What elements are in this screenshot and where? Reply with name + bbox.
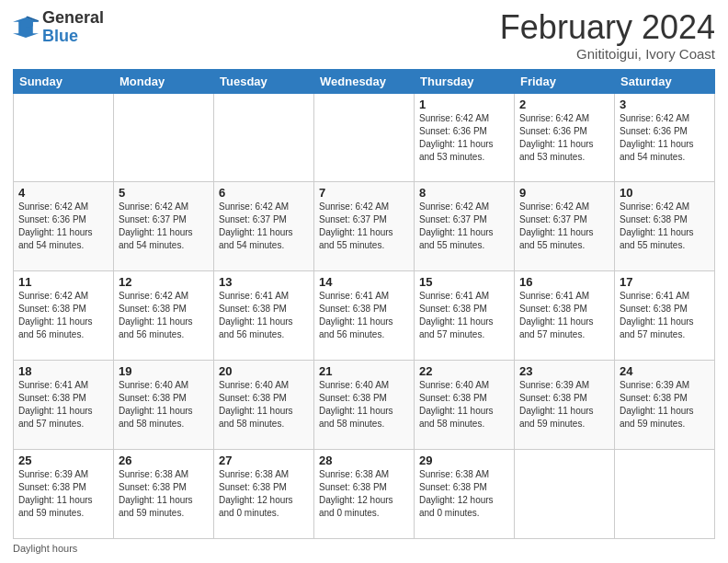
page: General Blue February 2024 Gnititoigui, … [0, 0, 728, 563]
cell-info: Sunrise: 6:42 AM Sunset: 6:36 PM Dayligh… [18, 201, 108, 252]
calendar-cell: 18Sunrise: 6:41 AM Sunset: 6:38 PM Dayli… [14, 361, 114, 450]
col-header-thursday: Thursday [415, 69, 515, 93]
cell-day-number: 2 [519, 98, 609, 111]
cell-info: Sunrise: 6:42 AM Sunset: 6:36 PM Dayligh… [519, 112, 609, 164]
cell-info: Sunrise: 6:40 AM Sunset: 6:38 PM Dayligh… [119, 379, 209, 431]
title-block: February 2024 Gnititoigui, Ivory Coast [500, 9, 715, 62]
cell-info: Sunrise: 6:39 AM Sunset: 6:38 PM Dayligh… [519, 379, 609, 431]
header: General Blue February 2024 Gnititoigui, … [13, 9, 715, 62]
cell-day-number: 14 [319, 275, 409, 289]
cell-day-number: 5 [119, 186, 209, 200]
col-header-monday: Monday [114, 69, 214, 93]
calendar-cell: 7Sunrise: 6:42 AM Sunset: 6:37 PM Daylig… [314, 182, 415, 271]
calendar-cell: 12Sunrise: 6:42 AM Sunset: 6:38 PM Dayli… [114, 271, 214, 361]
calendar-cell: 11Sunrise: 6:42 AM Sunset: 6:38 PM Dayli… [14, 271, 114, 361]
title-month: February 2024 [500, 9, 715, 46]
cell-day-number: 13 [219, 275, 309, 289]
cell-info: Sunrise: 6:38 AM Sunset: 6:38 PM Dayligh… [219, 468, 309, 520]
cell-info: Sunrise: 6:40 AM Sunset: 6:38 PM Dayligh… [319, 379, 409, 431]
calendar-cell: 10Sunrise: 6:42 AM Sunset: 6:38 PM Dayli… [615, 182, 715, 271]
cell-day-number: 18 [18, 364, 108, 378]
cell-day-number: 8 [419, 186, 509, 200]
calendar-cell: 19Sunrise: 6:40 AM Sunset: 6:38 PM Dayli… [114, 361, 214, 450]
logo-icon [13, 15, 39, 40]
cell-day-number: 9 [519, 186, 609, 200]
cell-info: Sunrise: 6:42 AM Sunset: 6:38 PM Dayligh… [620, 201, 710, 252]
cell-day-number: 16 [519, 275, 609, 289]
calendar-cell: 27Sunrise: 6:38 AM Sunset: 6:38 PM Dayli… [214, 450, 314, 539]
calendar-cell [14, 93, 114, 182]
week-row-4: 18Sunrise: 6:41 AM Sunset: 6:38 PM Dayli… [14, 361, 715, 450]
cell-day-number: 21 [319, 364, 409, 378]
calendar-cell [314, 93, 415, 182]
daylight-label: Daylight hours [13, 543, 77, 554]
cell-day-number: 23 [519, 364, 609, 378]
cell-day-number: 12 [119, 275, 209, 289]
cell-info: Sunrise: 6:38 AM Sunset: 6:38 PM Dayligh… [119, 468, 209, 520]
calendar-cell: 13Sunrise: 6:41 AM Sunset: 6:38 PM Dayli… [214, 271, 314, 361]
cell-info: Sunrise: 6:42 AM Sunset: 6:36 PM Dayligh… [620, 112, 710, 164]
cell-info: Sunrise: 6:41 AM Sunset: 6:38 PM Dayligh… [219, 290, 309, 341]
cell-day-number: 15 [419, 275, 509, 289]
cell-day-number: 28 [319, 454, 409, 467]
cell-day-number: 3 [620, 98, 710, 111]
calendar-table: SundayMondayTuesdayWednesdayThursdayFrid… [13, 69, 715, 539]
cell-info: Sunrise: 6:42 AM Sunset: 6:37 PM Dayligh… [419, 201, 509, 252]
calendar-cell: 29Sunrise: 6:38 AM Sunset: 6:38 PM Dayli… [415, 450, 515, 539]
col-header-tuesday: Tuesday [214, 69, 314, 93]
calendar-cell: 17Sunrise: 6:41 AM Sunset: 6:38 PM Dayli… [615, 271, 715, 361]
calendar-cell: 1Sunrise: 6:42 AM Sunset: 6:36 PM Daylig… [415, 93, 515, 182]
cell-day-number: 6 [219, 186, 309, 200]
week-row-5: 25Sunrise: 6:39 AM Sunset: 6:38 PM Dayli… [14, 450, 715, 539]
cell-info: Sunrise: 6:40 AM Sunset: 6:38 PM Dayligh… [219, 379, 309, 431]
calendar-cell: 5Sunrise: 6:42 AM Sunset: 6:37 PM Daylig… [114, 182, 214, 271]
cell-day-number: 20 [219, 364, 309, 378]
calendar-cell [615, 450, 715, 539]
cell-day-number: 7 [319, 186, 409, 200]
cell-info: Sunrise: 6:39 AM Sunset: 6:38 PM Dayligh… [620, 379, 710, 431]
cell-info: Sunrise: 6:39 AM Sunset: 6:38 PM Dayligh… [18, 468, 108, 520]
cell-info: Sunrise: 6:40 AM Sunset: 6:38 PM Dayligh… [419, 379, 509, 431]
cell-info: Sunrise: 6:42 AM Sunset: 6:37 PM Dayligh… [219, 201, 309, 252]
calendar-cell: 26Sunrise: 6:38 AM Sunset: 6:38 PM Dayli… [114, 450, 214, 539]
col-header-wednesday: Wednesday [314, 69, 415, 93]
cell-info: Sunrise: 6:42 AM Sunset: 6:36 PM Dayligh… [419, 112, 509, 164]
logo: General Blue [13, 9, 104, 46]
cell-day-number: 11 [18, 275, 108, 289]
calendar-cell: 2Sunrise: 6:42 AM Sunset: 6:36 PM Daylig… [515, 93, 615, 182]
cell-info: Sunrise: 6:42 AM Sunset: 6:38 PM Dayligh… [119, 290, 209, 341]
calendar-cell: 16Sunrise: 6:41 AM Sunset: 6:38 PM Dayli… [515, 271, 615, 361]
calendar-cell: 21Sunrise: 6:40 AM Sunset: 6:38 PM Dayli… [314, 361, 415, 450]
calendar-cell: 3Sunrise: 6:42 AM Sunset: 6:36 PM Daylig… [615, 93, 715, 182]
calendar-cell: 15Sunrise: 6:41 AM Sunset: 6:38 PM Dayli… [415, 271, 515, 361]
cell-day-number: 17 [620, 275, 710, 289]
logo-text: General Blue [42, 9, 104, 46]
cell-day-number: 26 [119, 454, 209, 467]
footer-note: Daylight hours [13, 543, 715, 554]
week-row-3: 11Sunrise: 6:42 AM Sunset: 6:38 PM Dayli… [14, 271, 715, 361]
cell-info: Sunrise: 6:38 AM Sunset: 6:38 PM Dayligh… [319, 468, 409, 520]
calendar-cell: 25Sunrise: 6:39 AM Sunset: 6:38 PM Dayli… [14, 450, 114, 539]
cell-day-number: 22 [419, 364, 509, 378]
logo-general: General [42, 9, 104, 28]
header-row: SundayMondayTuesdayWednesdayThursdayFrid… [14, 69, 715, 93]
cell-info: Sunrise: 6:42 AM Sunset: 6:37 PM Dayligh… [319, 201, 409, 252]
calendar-cell [515, 450, 615, 539]
cell-day-number: 24 [620, 364, 710, 378]
col-header-saturday: Saturday [615, 69, 715, 93]
cell-info: Sunrise: 6:42 AM Sunset: 6:37 PM Dayligh… [119, 201, 209, 252]
week-row-2: 4Sunrise: 6:42 AM Sunset: 6:36 PM Daylig… [14, 182, 715, 271]
calendar-cell: 6Sunrise: 6:42 AM Sunset: 6:37 PM Daylig… [214, 182, 314, 271]
title-location: Gnititoigui, Ivory Coast [500, 46, 715, 62]
cell-day-number: 4 [18, 186, 108, 200]
calendar-cell: 20Sunrise: 6:40 AM Sunset: 6:38 PM Dayli… [214, 361, 314, 450]
cell-info: Sunrise: 6:41 AM Sunset: 6:38 PM Dayligh… [319, 290, 409, 341]
logo-blue: Blue [42, 28, 104, 46]
cell-info: Sunrise: 6:41 AM Sunset: 6:38 PM Dayligh… [620, 290, 710, 341]
calendar-cell: 22Sunrise: 6:40 AM Sunset: 6:38 PM Dayli… [415, 361, 515, 450]
cell-day-number: 29 [419, 454, 509, 467]
calendar-cell: 9Sunrise: 6:42 AM Sunset: 6:37 PM Daylig… [515, 182, 615, 271]
calendar-cell: 23Sunrise: 6:39 AM Sunset: 6:38 PM Dayli… [515, 361, 615, 450]
cell-info: Sunrise: 6:42 AM Sunset: 6:37 PM Dayligh… [519, 201, 609, 252]
cell-info: Sunrise: 6:41 AM Sunset: 6:38 PM Dayligh… [18, 379, 108, 431]
